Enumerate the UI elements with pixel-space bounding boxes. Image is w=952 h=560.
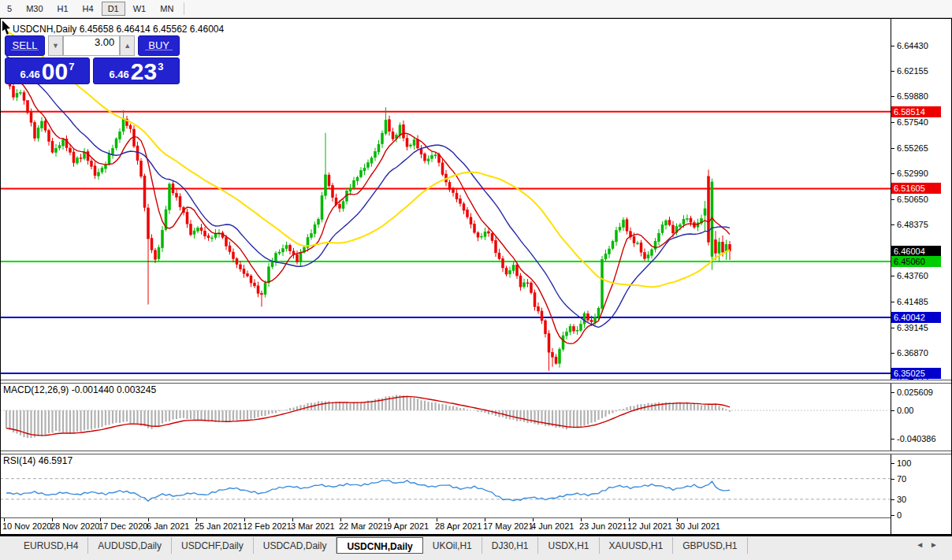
price-level-badge: 6.46004 (891, 246, 941, 257)
volume-increase-button[interactable]: ▲ (120, 35, 135, 56)
sell-button[interactable]: SELL (5, 35, 45, 56)
spinner-down-icon: ▼ (52, 42, 59, 50)
date-tick-label: 3 Mar 2021 (291, 521, 335, 531)
timeframe-toolbar: 5M30H1H4D1W1MN (0, 0, 952, 18)
price-axis: 6.644306.621556.598806.575406.552656.529… (891, 19, 952, 534)
macd-label: MACD(12,26,9) -0.001440 0.003245 (3, 384, 156, 395)
axis-tick-label: 6.41485 (897, 297, 928, 307)
mt4-terminal: 5M30H1H4D1W1MN USDCNH,Daily 6.45658 6.46… (0, 0, 952, 560)
date-tick-label: 12 Feb 2021 (243, 521, 292, 531)
date-tick-label: 6 Jan 2021 (147, 521, 189, 531)
pane-splitter[interactable] (0, 451, 952, 454)
chart-tab-usdcad[interactable]: USDCAD,Daily (254, 537, 337, 554)
price-level-badge: 6.51605 (891, 183, 941, 194)
axis-tick-label: 0 (897, 510, 902, 521)
chart-window-bottom-border (0, 534, 952, 536)
chart-tab-bar: EURUSD,H4AUDUSD,DailyUSDCHF,DailyUSDCAD,… (0, 536, 952, 560)
sell-price-box[interactable]: 6.46007 (5, 57, 90, 84)
buy-button[interactable]: BUY (138, 35, 180, 56)
timeframe-button-5[interactable]: 5 (1, 2, 18, 16)
chart-tab-gbpusd[interactable]: GBPUSD,H1 (673, 537, 747, 554)
axis-tick-label: 6.62155 (897, 66, 928, 76)
axis-tick-mark (891, 479, 894, 480)
chart-tab-usdcnh[interactable]: USDCNH,Daily (337, 537, 422, 554)
timeframe-button-d1[interactable]: D1 (102, 2, 125, 16)
date-tick-label: 23 Jun 2021 (579, 521, 627, 531)
axis-tick-label: -0.040386 (897, 434, 936, 444)
axis-tick-mark (891, 302, 894, 302)
timeframe-button-m30[interactable]: M30 (20, 2, 49, 16)
axis-tick-label: 30 (897, 495, 906, 505)
date-tick-label: 17 Dec 2020 (99, 521, 147, 531)
axis-tick-mark (891, 353, 894, 354)
macd-pane[interactable]: MACD(12,26,9) -0.001440 0.003245 (0, 383, 891, 451)
chart-tab-audusd[interactable]: AUDUSD,Daily (88, 537, 172, 554)
date-tick-label: 4 Jun 2021 (531, 521, 574, 531)
axis-tick-label: 6.48375 (897, 220, 928, 230)
chart-tab-xauusd[interactable]: XAUUSD,H1 (600, 537, 674, 554)
date-tick-label: 25 Jan 2021 (195, 521, 243, 531)
axis-tick-label: 6.59880 (897, 91, 928, 102)
one-click-trading-panel: SELL ▼ 3.00 ▲ BUY 6.46007 6.46233 (5, 35, 180, 84)
rsi-pane[interactable]: RSI(14) 46.5917 (0, 454, 891, 518)
axis-tick-mark (891, 515, 894, 516)
date-tick-label: 22 Mar 2021 (339, 521, 388, 531)
date-axis: 10 Nov 202028 Nov 202017 Dec 20206 Jan 2… (0, 518, 891, 534)
date-tick-label: 28 Nov 2020 (50, 521, 99, 531)
axis-tick-mark (891, 122, 894, 123)
price-level-badge: 6.35025 (891, 368, 941, 379)
timeframe-button-h4[interactable]: H4 (76, 2, 100, 16)
axis-tick-mark (891, 46, 894, 46)
axis-tick-mark (891, 96, 894, 97)
buy-price-box[interactable]: 6.46233 (93, 57, 180, 84)
pane-splitter[interactable] (0, 380, 952, 384)
axis-tick-mark (891, 463, 894, 464)
price-level-badge: 6.58514 (891, 106, 941, 117)
chart-tab-usdchf[interactable]: USDCHF,Daily (172, 537, 254, 554)
timeframe-button-mn[interactable]: MN (154, 2, 180, 16)
date-tick-label: 28 Apr 2021 (435, 521, 482, 531)
axis-tick-mark (891, 224, 894, 225)
axis-tick-label: 6.64430 (897, 41, 928, 51)
axis-tick-label: 0.00 (897, 406, 913, 416)
axis-tick-mark (891, 199, 894, 200)
axis-tick-mark (891, 439, 894, 439)
tab-scroll-arrows[interactable]: ◄► (916, 537, 944, 549)
date-tick-label: 30 Jul 2021 (675, 521, 720, 531)
timeframe-button-h1[interactable]: H1 (51, 2, 75, 16)
axis-tick-label: 6.39145 (897, 323, 928, 333)
axis-tick-label: 6.55265 (897, 143, 928, 154)
axis-tick-mark (891, 392, 894, 393)
axis-tick-mark (891, 276, 894, 276)
chart-tab-eurusd[interactable]: EURUSD,H4 (14, 537, 88, 554)
date-tick-label: 12 Jul 2021 (627, 521, 672, 531)
axis-tick-label: 6.36870 (897, 348, 928, 358)
chart-tab-ukoil[interactable]: UKOil,H1 (423, 537, 482, 554)
axis-tick-label: 6.50650 (897, 195, 928, 205)
rsi-chart (0, 454, 891, 517)
axis-tick-label: 6.43760 (897, 271, 928, 281)
price-level-badge: 6.40042 (891, 312, 941, 323)
axis-tick-label: 100 (897, 458, 911, 469)
volume-input[interactable]: 3.00 (63, 35, 120, 56)
axis-tick-mark (891, 328, 894, 328)
axis-tick-mark (891, 71, 894, 72)
axis-tick-mark (891, 173, 894, 174)
date-tick-label: 9 Apr 2021 (387, 521, 429, 531)
axis-tick-mark (891, 148, 894, 149)
spinner-up-icon: ▲ (124, 42, 131, 50)
date-tick-label: 10 Nov 2020 (2, 521, 51, 531)
toolbar-separator (184, 2, 184, 15)
price-level-badge: 6.45060 (891, 256, 941, 267)
chart-tab-usdx[interactable]: USDX,H1 (538, 537, 599, 554)
volume-decrease-button[interactable]: ▼ (48, 35, 63, 56)
timeframe-button-w1[interactable]: W1 (127, 2, 153, 16)
axis-tick-label: 6.52990 (897, 169, 928, 179)
rsi-label: RSI(14) 46.5917 (3, 455, 73, 466)
chart-tab-dj30[interactable]: DJ30,H1 (482, 537, 539, 554)
axis-tick-label: 0.025609 (897, 388, 933, 398)
chart-ohlc-title: USDCNH,Daily 6.45658 6.46414 6.45562 6.4… (13, 24, 224, 35)
axis-tick-label: 70 (897, 474, 906, 484)
date-tick-label: 17 May 2021 (483, 521, 534, 531)
axis-tick-mark (891, 410, 894, 411)
